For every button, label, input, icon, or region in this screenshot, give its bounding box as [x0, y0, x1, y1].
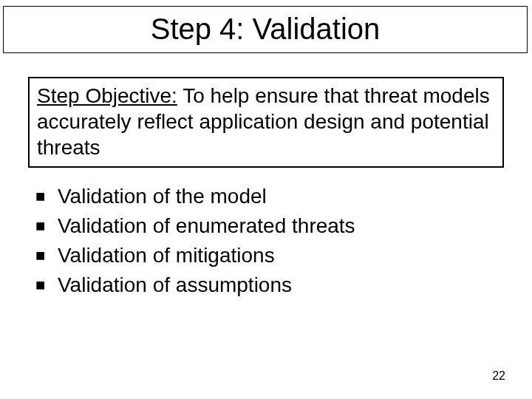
- list-item: ■ Validation of enumerated threats: [35, 213, 494, 239]
- objective-box: Step Objective: To help ensure that thre…: [28, 77, 504, 168]
- list-item: ■ Validation of mitigations: [35, 242, 494, 269]
- objective-label: Step Objective:: [37, 84, 177, 107]
- title-bar: Step 4: Validation: [3, 6, 528, 53]
- bullet-icon: ■: [35, 213, 58, 239]
- bullet-text: Validation of assumptions: [58, 272, 292, 299]
- bullet-text: Validation of mitigations: [58, 242, 275, 269]
- bullet-text: Validation of enumerated threats: [58, 213, 355, 239]
- slide: Step 4: Validation Step Objective: To he…: [0, 0, 532, 399]
- page-number: 22: [492, 369, 505, 383]
- slide-title: Step 4: Validation: [151, 13, 381, 45]
- bullet-icon: ■: [35, 183, 58, 210]
- bullet-list: ■ Validation of the model ■ Validation o…: [35, 183, 494, 301]
- list-item: ■ Validation of the model: [35, 183, 494, 210]
- list-item: ■ Validation of assumptions: [35, 272, 494, 299]
- bullet-icon: ■: [35, 272, 58, 299]
- bullet-icon: ■: [35, 242, 58, 269]
- bullet-text: Validation of the model: [58, 183, 267, 210]
